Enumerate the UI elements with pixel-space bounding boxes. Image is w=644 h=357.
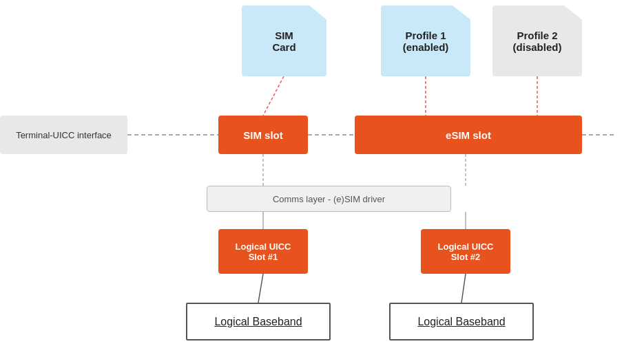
comms-layer-box: Comms layer - (e)SIM driver [207, 186, 451, 212]
svg-line-0 [263, 76, 284, 116]
svg-line-11 [461, 274, 466, 303]
comms-layer-label: Comms layer - (e)SIM driver [273, 194, 385, 204]
profile1-box: Profile 1 (enabled) [381, 6, 470, 76]
svg-line-10 [258, 274, 263, 303]
sim-slot-label: SIM slot [243, 129, 283, 141]
logical-baseband1-box: Logical Baseband [186, 303, 331, 340]
profile2-box: Profile 2 (disabled) [492, 6, 582, 76]
terminal-uicc-label: Terminal-UICC interface [16, 130, 112, 140]
esim-slot-label: eSIM slot [446, 129, 491, 141]
esim-slot-box: eSIM slot [355, 116, 582, 154]
logical-uicc2-label: Logical UICC Slot #2 [438, 241, 494, 262]
sim-slot-box: SIM slot [218, 116, 308, 154]
logical-baseband2-box: Logical Baseband [389, 303, 534, 340]
logical-uicc1-label: Logical UICC Slot #1 [236, 241, 291, 262]
profile2-label: Profile 2 (disabled) [513, 30, 562, 53]
logical-baseband2-label: Logical Baseband [417, 316, 505, 328]
sim-card-label: SIM Card [272, 30, 295, 53]
logical-uicc1-box: Logical UICC Slot #1 [218, 229, 308, 274]
logical-uicc2-box: Logical UICC Slot #2 [421, 229, 510, 274]
sim-card-box: SIM Card [242, 6, 326, 76]
terminal-uicc-area: Terminal-UICC interface [0, 116, 127, 154]
diagram-container: SIM Card Profile 1 (enabled) Profile 2 (… [0, 0, 644, 357]
profile1-label: Profile 1 (enabled) [403, 30, 449, 53]
logical-baseband1-label: Logical Baseband [214, 316, 302, 328]
